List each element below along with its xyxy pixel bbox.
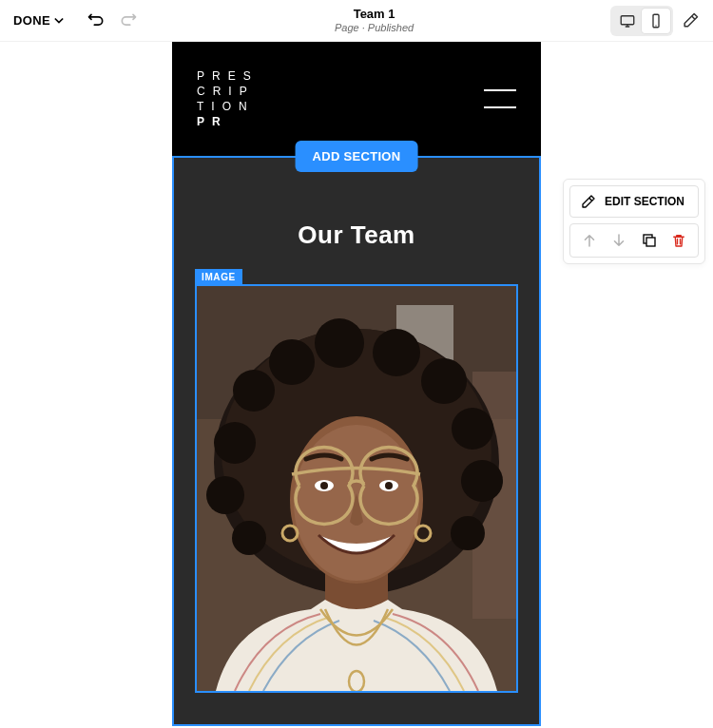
- mobile-icon: [647, 12, 665, 29]
- svg-point-14: [452, 408, 493, 450]
- svg-point-13: [421, 358, 467, 404]
- redo-icon: [119, 11, 138, 30]
- image-block[interactable]: IMAGE: [195, 284, 518, 693]
- redo-button: [119, 11, 138, 30]
- svg-rect-0: [621, 15, 634, 24]
- toolbar-title: Team 1 Page · Published: [335, 7, 414, 34]
- hamburger-line: [484, 106, 516, 108]
- portrait-image: [197, 286, 516, 691]
- edit-section-button[interactable]: EDIT SECTION: [569, 185, 699, 218]
- site-logo: PRES CRIP TION PR: [197, 68, 259, 130]
- svg-point-17: [206, 476, 244, 514]
- svg-point-11: [315, 318, 364, 368]
- done-button[interactable]: DONE: [13, 13, 64, 28]
- svg-point-25: [320, 482, 328, 489]
- mobile-view-button[interactable]: [642, 9, 670, 33]
- duplicate-section-button[interactable]: [638, 229, 661, 252]
- toolbar-right: [610, 6, 700, 36]
- editor-toolbar: DONE Team 1 Page · Published: [0, 0, 713, 42]
- pencil-icon: [580, 193, 597, 210]
- desktop-view-button[interactable]: [613, 9, 642, 33]
- move-section-up-button: [578, 229, 601, 252]
- svg-rect-31: [646, 238, 655, 246]
- logo-line: TION: [197, 99, 259, 114]
- move-section-down-button: [607, 229, 630, 252]
- undo-button[interactable]: [87, 11, 106, 30]
- done-label: DONE: [13, 13, 50, 28]
- image-content: [197, 286, 516, 691]
- mobile-preview-frame: PRES CRIP TION PR ADD SECTION Our Team I…: [172, 42, 541, 726]
- arrow-down-icon: [610, 232, 627, 249]
- site-header: PRES CRIP TION PR: [172, 42, 541, 156]
- section-tools-panel: EDIT SECTION: [563, 179, 705, 264]
- add-section-button[interactable]: ADD SECTION: [296, 141, 418, 172]
- add-section-label: ADD SECTION: [313, 149, 401, 163]
- undo-icon: [87, 11, 106, 30]
- svg-point-10: [269, 339, 315, 385]
- delete-section-button[interactable]: [667, 229, 690, 252]
- block-type-label: IMAGE: [195, 269, 242, 285]
- selected-section[interactable]: ADD SECTION Our Team IMAGE: [172, 156, 541, 726]
- logo-line: PRES: [197, 68, 259, 84]
- svg-point-19: [451, 516, 485, 550]
- svg-point-2: [655, 25, 656, 26]
- chevron-down-icon: [54, 16, 64, 26]
- styles-button[interactable]: [681, 11, 700, 30]
- history-controls: [87, 11, 138, 30]
- duplicate-icon: [641, 232, 658, 249]
- svg-point-12: [373, 329, 420, 376]
- logo-line: CRIP: [197, 84, 259, 99]
- section-heading: Our Team: [174, 158, 539, 284]
- arrow-up-icon: [581, 232, 598, 249]
- svg-point-18: [232, 521, 266, 555]
- paintbrush-icon: [681, 11, 700, 30]
- page-title: Team 1: [335, 7, 414, 22]
- svg-point-16: [214, 422, 256, 464]
- trash-icon: [670, 232, 687, 249]
- device-toggle: [610, 6, 673, 36]
- hamburger-line: [484, 89, 516, 91]
- section-action-row: [569, 223, 699, 258]
- edit-section-label: EDIT SECTION: [605, 195, 684, 208]
- logo-line: PR: [197, 114, 259, 129]
- desktop-icon: [619, 12, 636, 29]
- toolbar-left: DONE: [13, 11, 138, 30]
- svg-point-15: [461, 460, 503, 502]
- page-subtitle: Page · Published: [335, 22, 414, 34]
- editor-canvas: PRES CRIP TION PR ADD SECTION Our Team I…: [0, 42, 713, 728]
- svg-point-9: [233, 370, 275, 412]
- svg-point-26: [385, 482, 393, 489]
- menu-button[interactable]: [484, 89, 516, 108]
